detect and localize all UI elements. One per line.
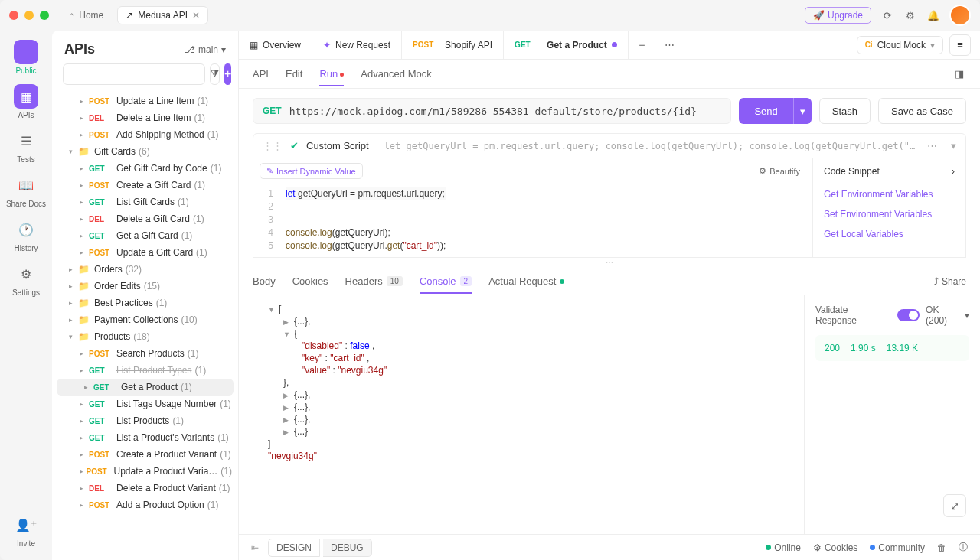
tree-endpoint[interactable]: ▸POSTUpdate a Gift Card(1) [52,244,238,261]
subtab-advanced-mock[interactable]: Advanced Mock [361,62,432,86]
tree-endpoint[interactable]: ▸DELDelete a Gift Card(1) [52,210,238,227]
tree-endpoint[interactable]: ▸POSTCreate a Gift Card(1) [52,177,238,194]
result-tab-actual-request[interactable]: Actual Request [488,269,564,293]
caret-right-icon[interactable]: ▶ [283,428,291,436]
home-tab[interactable]: ⌂ Home [61,7,111,24]
tree-endpoint[interactable]: ▸GETGet a Gift Card(1) [52,227,238,244]
beautify-button[interactable]: ⚙ Beautify [753,163,806,179]
code-area[interactable]: 12345 let getQueryUrl = pm.request.url.q… [253,184,812,257]
tab-overview[interactable]: ▦ Overview [239,31,312,59]
filter-button[interactable]: ⧩ [210,63,220,85]
tree-endpoint[interactable]: ▸GETList a Product's Variants(1) [52,429,238,446]
snippet-link[interactable]: Get Local Variables [824,224,955,244]
more-icon[interactable]: ⋯ [927,140,937,151]
validate-status-selector[interactable]: OK (200) ▾ [926,304,969,326]
tree-endpoint[interactable]: ▸GETList Tags Usage Number(1) [52,396,238,412]
snippet-link[interactable]: Set Environment Variables [824,204,955,224]
close-window[interactable] [9,11,18,20]
snippet-link[interactable]: Get Environment Variables [824,184,955,204]
settings-gear-icon[interactable]: ⚙ [903,8,917,22]
tree-endpoint[interactable]: ▸GETList Products(1) [52,412,238,429]
tree-endpoint[interactable]: ▸GETList Product Types(1) [52,362,238,379]
environment-selector[interactable]: Ci Cloud Mock ▾ [857,36,943,54]
stash-button[interactable]: Stash [819,98,871,124]
console-output[interactable]: ▼[ ▶{...}, ▼{ "disabled" : false , "key"… [239,295,804,534]
save-as-case-button[interactable]: Save as Case [878,98,966,124]
share-button[interactable]: ⤴ Share [934,276,966,287]
drag-handle-icon[interactable]: ⋮⋮ [263,140,283,151]
caret-down-icon[interactable]: ▼ [283,330,291,338]
close-tab-icon[interactable]: ✕ [192,10,200,21]
tree-endpoint[interactable]: ▸GETList Gift Cards(1) [52,194,238,210]
tab-new-request[interactable]: ✦ New Request [312,31,402,59]
rail-apis[interactable]: ▦ APIs [14,84,38,119]
bell-icon[interactable]: 🔔 [926,8,940,22]
result-tab-cookies[interactable]: Cookies [292,269,328,293]
tree-endpoint[interactable]: ▸DELDelete a Line Item(1) [52,109,238,126]
maximize-window[interactable] [40,11,49,20]
rail-invite[interactable]: 👤⁺ Invite [14,513,38,548]
tree-endpoint[interactable]: ▸POSTUpdate a Product Varia…(1) [52,463,238,480]
validate-toggle[interactable] [897,309,920,321]
tree-endpoint[interactable]: ▸POSTCreate a Product Variant(1) [52,446,238,463]
subtab-api[interactable]: API [253,62,269,86]
tree-folder[interactable]: ▸📁Order Edits(15) [52,278,238,295]
resize-handle[interactable]: ⋯ [239,258,980,268]
subtab-run[interactable]: Run [319,62,344,86]
insert-dynamic-button[interactable]: ✎ Insert Dynamic Value [260,163,363,179]
tree-folder[interactable]: ▸📁Best Practices(1) [52,295,238,311]
tree-endpoint[interactable]: ▸POSTSearch Products(1) [52,345,238,362]
tree-folder[interactable]: ▸📁Payment Collections(10) [52,311,238,328]
tab-shopify[interactable]: POST Shopify API [402,31,504,59]
footer-trash-icon[interactable]: 🗑 [937,542,946,553]
footer-community[interactable]: Community [870,542,925,553]
expand-panel-button[interactable]: ⤢ [943,494,966,517]
result-tab-console[interactable]: Console 2 [420,269,472,293]
rail-workspace[interactable]: Public [14,40,38,75]
panel-settings-button[interactable]: ≡ [949,34,971,56]
rail-tests[interactable]: ☰ Tests [14,129,38,164]
footer-debug-tab[interactable]: DEBUG [323,539,372,557]
tree-endpoint[interactable]: ▸POSTAdd Shipping Method(1) [52,126,238,143]
caret-right-icon[interactable]: ▶ [283,392,291,399]
result-tab-body[interactable]: Body [253,269,276,293]
url-bar[interactable]: GET https://mock.apidog.com/m1/589286-55… [253,98,731,124]
tree-folder[interactable]: ▾📁Gift Cards(6) [52,143,238,160]
tree-folder[interactable]: ▸📁Orders(32) [52,261,238,278]
refresh-icon[interactable]: ⟳ [880,8,894,22]
add-tab-button[interactable]: ＋ [629,31,656,59]
tree-endpoint[interactable]: ▸DELDelete a Product Variant(1) [52,480,238,497]
subtab-edit[interactable]: Edit [286,62,302,86]
rail-share-docs[interactable]: 📖 Share Docs [6,173,46,208]
search-input[interactable] [63,63,205,85]
tree-endpoint[interactable]: ▸GETGet Gift Card by Code(1) [52,160,238,177]
rail-settings[interactable]: ⚙ Settings [12,262,40,297]
footer-help-icon[interactable]: ⓘ [959,541,968,554]
footer-cookies[interactable]: ⚙Cookies [813,542,858,553]
collapse-icon[interactable]: ▾ [951,140,956,151]
caret-right-icon[interactable]: ▶ [283,416,291,424]
more-tabs-button[interactable]: ⋯ [656,31,684,59]
send-button[interactable]: Send [739,98,792,124]
minimize-window[interactable] [24,11,34,20]
layout-toggle-icon[interactable]: ◨ [952,67,966,81]
project-tab[interactable]: ↗ Medusa API ✕ [117,6,208,24]
collapse-sidebar-icon[interactable]: ⇤ [251,542,259,553]
tree-folder[interactable]: ▾📁Products(18) [52,328,238,345]
rail-history[interactable]: 🕐 History [14,217,38,252]
footer-online[interactable]: Online [766,542,801,553]
tree-endpoint[interactable]: ▸GETGet a Product(1) [57,379,234,396]
tree-endpoint[interactable]: ▸POSTUpdate a Line Item(1) [52,93,238,109]
caret-down-icon[interactable]: ▼ [268,306,276,314]
tab-get-product[interactable]: GET Get a Product [504,31,629,59]
tree-endpoint[interactable]: ▸POSTAdd a Product Option(1) [52,497,238,513]
caret-right-icon[interactable]: ▶ [283,404,291,412]
user-avatar[interactable] [949,5,971,26]
add-button[interactable]: + [224,63,231,85]
snippet-title[interactable]: Code Snippet › [824,166,955,177]
caret-right-icon[interactable]: ▶ [283,318,291,326]
branch-selector[interactable]: ⎇ main ▾ [185,44,226,55]
send-dropdown[interactable]: ▾ [793,98,812,124]
upgrade-button[interactable]: 🚀 Upgrade [805,7,871,24]
footer-design-tab[interactable]: DESIGN [268,539,320,557]
